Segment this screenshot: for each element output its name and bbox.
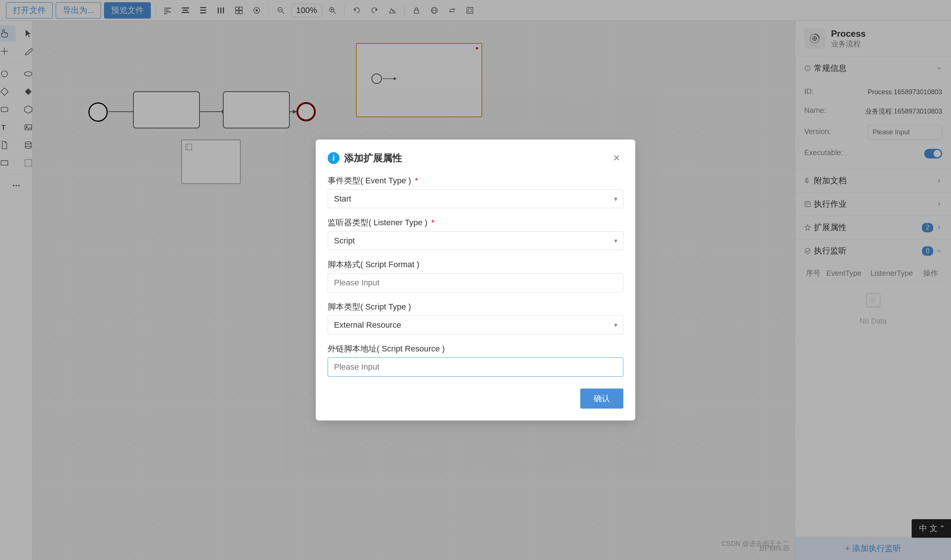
script-format-label: 脚本格式( Script Format ) [328,259,623,270]
script-type-field: 脚本类型( Script Type ) External Resource In… [328,302,623,334]
script-format-input[interactable] [328,273,623,292]
script-type-select-wrapper: External Resource Inline Script ▾ [328,315,623,334]
modal-dialog: i 添加扩展属性 ✕ 事件类型( Event Type ) * Start En… [316,140,635,420]
listener-type-select-wrapper: Script Class Expression DelegateExpressi… [328,231,623,250]
modal-footer: 确认 [328,389,623,409]
event-type-field: 事件类型( Event Type ) * Start End Take ▾ [328,175,623,208]
modal-header: i 添加扩展属性 ✕ [328,151,623,165]
script-type-label: 脚本类型( Script Type ) [328,302,623,312]
listener-type-field: 监听器类型( Listener Type ) * Script Class Ex… [328,217,623,250]
modal-confirm-btn[interactable]: 确认 [580,389,623,409]
listener-type-select[interactable]: Script Class Expression DelegateExpressi… [328,231,623,250]
modal-info-icon: i [328,152,340,164]
event-type-label: 事件类型( Event Type ) * [328,175,623,186]
script-resource-label: 外链脚本地址( Script Resource ) [328,343,623,354]
event-type-select-wrapper: Start End Take ▾ [328,189,623,208]
modal-overlay[interactable]: i 添加扩展属性 ✕ 事件类型( Event Type ) * Start En… [0,0,951,560]
script-resource-input[interactable] [328,357,623,377]
listener-type-required: * [431,218,435,227]
modal-close-btn[interactable]: ✕ [610,151,623,165]
script-format-field: 脚本格式( Script Format ) [328,259,623,292]
modal-title: i 添加扩展属性 [328,152,402,165]
event-type-required: * [415,176,418,185]
script-type-select[interactable]: External Resource Inline Script [328,315,623,334]
script-resource-field: 外链脚本地址( Script Resource ) [328,343,623,377]
listener-type-label: 监听器类型( Listener Type ) * [328,217,623,228]
event-type-select[interactable]: Start End Take [328,189,623,208]
